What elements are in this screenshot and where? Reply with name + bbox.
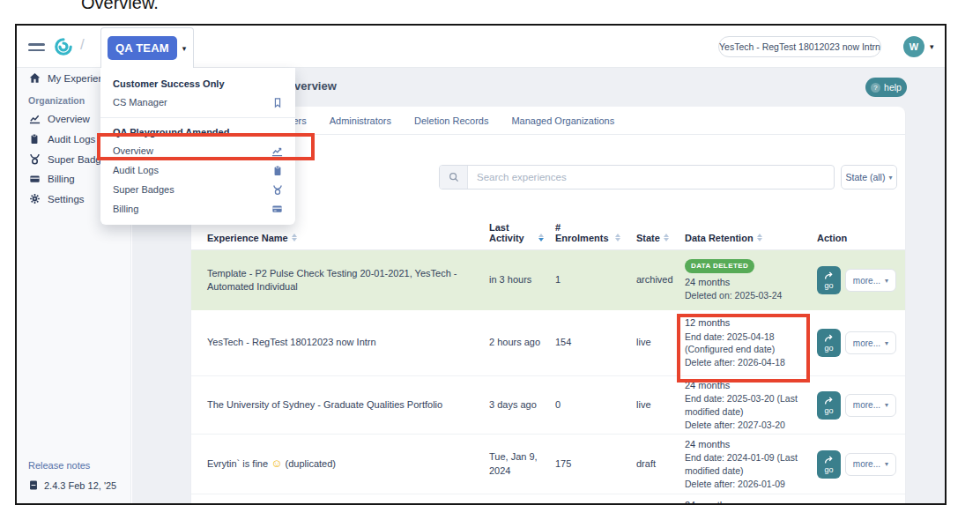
avatar[interactable]: W bbox=[903, 36, 924, 57]
clipboard-icon bbox=[28, 133, 41, 145]
col-data-retention: Data Retention bbox=[685, 233, 754, 243]
home-icon bbox=[28, 72, 41, 84]
menu-divider bbox=[100, 117, 295, 118]
data-deleted-badge: DATA DELETED bbox=[685, 259, 754, 273]
menu-item-audit-logs[interactable]: Audit Logs bbox=[100, 160, 295, 180]
data-retention-cell: DATA DELETED 24 months Deleted on: 2025-… bbox=[685, 258, 817, 302]
breadcrumb-slash: / bbox=[80, 36, 85, 54]
state-value: live bbox=[636, 398, 685, 412]
more-dropdown-button[interactable]: more...▾ bbox=[845, 331, 896, 354]
caret-down-icon: ▾ bbox=[888, 174, 892, 182]
last-activity: 2 hours ago bbox=[489, 336, 555, 349]
enrolments-count: 154 bbox=[555, 336, 636, 349]
tab-administrators[interactable]: Administrators bbox=[330, 115, 391, 126]
hamburger-menu-icon[interactable] bbox=[28, 43, 45, 55]
org-switcher-trigger[interactable]: QA TEAM ▾ bbox=[100, 27, 194, 68]
credit-card-icon bbox=[271, 204, 283, 214]
experience-name: Template - P2 Pulse Check Testing 20-01-… bbox=[207, 267, 489, 294]
state-filter-dropdown[interactable]: State (all) ▾ bbox=[841, 165, 897, 189]
enrolments-count: 175 bbox=[555, 457, 636, 471]
table-header-row: Experience Name Last Activity # Enrolmen… bbox=[191, 222, 905, 250]
go-button[interactable]: go bbox=[817, 391, 841, 420]
last-activity: Tue, Jan 9, 2024 bbox=[489, 450, 555, 478]
app-version: 2.4.3 Feb 12, '25 bbox=[44, 480, 116, 491]
enrolments-count: 0 bbox=[555, 398, 636, 412]
table-row: The University of Sydney - Graduate Qual… bbox=[191, 375, 905, 434]
org-name-button[interactable]: QA TEAM bbox=[108, 36, 177, 60]
search-box[interactable] bbox=[439, 165, 835, 189]
more-dropdown-button[interactable]: more...▾ bbox=[845, 269, 896, 292]
go-arrow-icon bbox=[824, 455, 834, 464]
content-card: Users Administrators Deletion Records Ma… bbox=[191, 107, 905, 505]
menu-item-super-badges[interactable]: Super Badges bbox=[100, 180, 295, 199]
caret-down-icon: ▾ bbox=[885, 460, 888, 468]
smiley-emoji-icon: ☺ bbox=[271, 457, 282, 470]
data-retention-cell: 24 months End date: 2025-03-20 (Last mod… bbox=[685, 379, 817, 431]
col-experience-name: Experience Name bbox=[207, 233, 288, 243]
table-row: 24 months bbox=[191, 494, 905, 505]
chart-line-icon bbox=[28, 113, 41, 124]
state-value: draft bbox=[636, 457, 685, 471]
col-last-activity: Last Activity bbox=[489, 222, 535, 243]
gear-icon bbox=[28, 193, 41, 204]
caret-down-icon: ▾ bbox=[885, 401, 888, 409]
col-action: Action bbox=[817, 233, 847, 243]
help-button[interactable]: ? help bbox=[865, 78, 907, 97]
experience-name: Evrytin` is fine ☺ (duplicated) bbox=[207, 456, 489, 472]
sort-icon[interactable] bbox=[615, 234, 620, 242]
menu-section-header: Customer Success Only bbox=[100, 75, 295, 93]
table-row: Template - P2 Pulse Check Testing 20-01-… bbox=[191, 250, 905, 310]
go-arrow-icon bbox=[824, 271, 834, 280]
data-retention-cell: 24 months bbox=[685, 499, 817, 505]
go-button[interactable]: go bbox=[817, 329, 841, 357]
experience-name: The University of Sydney - Graduate Qual… bbox=[207, 398, 489, 412]
go-arrow-icon bbox=[824, 333, 834, 343]
credit-card-icon bbox=[28, 174, 41, 184]
sort-icon[interactable] bbox=[757, 234, 762, 242]
go-button[interactable]: go bbox=[817, 450, 841, 479]
sort-icon[interactable] bbox=[538, 234, 544, 242]
go-arrow-icon bbox=[824, 396, 834, 405]
menu-item-cs-manager[interactable]: CS Manager bbox=[100, 93, 295, 112]
avatar-caret-down-icon[interactable]: ▾ bbox=[930, 42, 934, 51]
go-button[interactable]: go bbox=[817, 266, 841, 294]
state-value: archived bbox=[636, 273, 685, 286]
experience-name: YesTech - RegTest 18012023 now Intrn bbox=[207, 336, 489, 349]
badge-icon bbox=[28, 153, 41, 165]
app-logo-icon[interactable] bbox=[54, 37, 73, 60]
caret-down-icon[interactable]: ▾ bbox=[182, 44, 187, 53]
annotation-box-overview-menu-item bbox=[97, 133, 315, 160]
search-icon bbox=[440, 166, 468, 189]
more-dropdown-button[interactable]: more...▾ bbox=[845, 453, 896, 476]
table-row: Evrytin` is fine ☺ (duplicated) Tue, Jan… bbox=[191, 434, 905, 494]
question-icon: ? bbox=[871, 83, 880, 93]
book-icon bbox=[28, 479, 39, 491]
sort-icon[interactable] bbox=[292, 234, 297, 242]
cropped-heading: Overview. bbox=[81, 0, 159, 15]
context-experience-button[interactable]: YesTech - RegTest 18012023 now Intrn bbox=[718, 36, 881, 57]
tab-deletion-records[interactable]: Deletion Records bbox=[414, 115, 488, 126]
more-dropdown-button[interactable]: more...▾ bbox=[845, 394, 896, 417]
tab-managed-organizations[interactable]: Managed Organizations bbox=[511, 115, 614, 126]
search-input[interactable] bbox=[468, 166, 834, 189]
last-activity: in 3 hours bbox=[489, 273, 555, 286]
caret-down-icon: ▾ bbox=[885, 339, 888, 347]
last-activity: 3 days ago bbox=[489, 398, 555, 412]
clipboard-icon bbox=[272, 165, 283, 176]
release-notes-link[interactable]: Release notes bbox=[28, 460, 116, 471]
bookmark-icon bbox=[272, 97, 283, 108]
annotation-box-data-retention-cell bbox=[677, 314, 810, 383]
data-retention-cell: 24 months End date: 2024-01-09 (Last mod… bbox=[685, 438, 817, 490]
caret-down-icon: ▾ bbox=[885, 277, 888, 285]
badge-icon bbox=[272, 184, 283, 196]
enrolments-count: 1 bbox=[555, 273, 636, 286]
sort-icon[interactable] bbox=[664, 234, 669, 242]
screenshot-frame: / YesTech - RegTest 18012023 now Intrn W… bbox=[15, 24, 947, 505]
menu-item-billing[interactable]: Billing bbox=[100, 199, 295, 219]
col-state: State bbox=[636, 233, 660, 243]
col-enrolments: # Enrolments bbox=[555, 222, 612, 243]
